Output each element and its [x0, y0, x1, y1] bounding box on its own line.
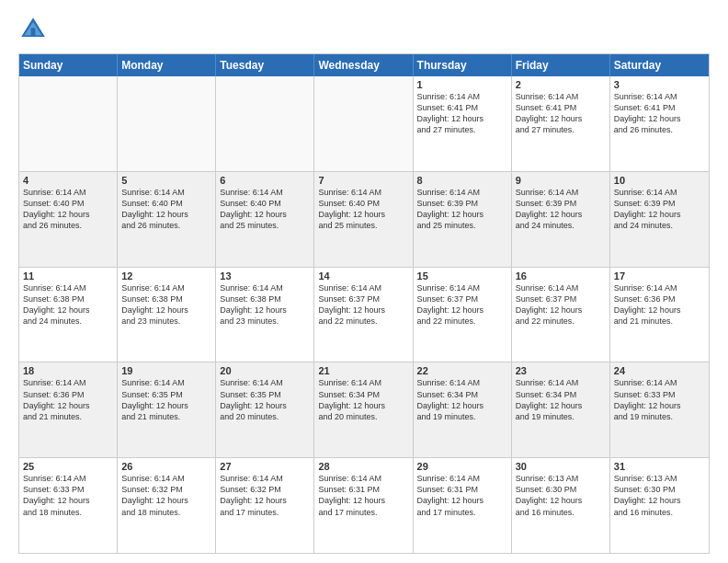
day-info: Sunrise: 6:14 AM Sunset: 6:38 PM Dayligh… [220, 282, 310, 327]
day-info: Sunrise: 6:14 AM Sunset: 6:37 PM Dayligh… [318, 282, 408, 327]
cal-cell-19: 19Sunrise: 6:14 AM Sunset: 6:35 PM Dayli… [118, 362, 216, 457]
cal-row-1: 4Sunrise: 6:14 AM Sunset: 6:40 PM Daylig… [19, 171, 709, 267]
day-info: Sunrise: 6:14 AM Sunset: 6:33 PM Dayligh… [614, 377, 705, 422]
cal-cell-17: 17Sunrise: 6:14 AM Sunset: 6:36 PM Dayli… [610, 268, 709, 362]
day-info: Sunrise: 6:14 AM Sunset: 6:41 PM Dayligh… [516, 91, 606, 136]
cal-header-tuesday: Tuesday [216, 54, 314, 76]
day-number: 7 [318, 175, 408, 186]
cal-cell-15: 15Sunrise: 6:14 AM Sunset: 6:37 PM Dayli… [414, 268, 512, 362]
day-number: 6 [220, 175, 310, 186]
day-number: 30 [516, 461, 606, 472]
day-number: 25 [23, 461, 113, 472]
day-info: Sunrise: 6:14 AM Sunset: 6:40 PM Dayligh… [220, 187, 310, 232]
day-info: Sunrise: 6:14 AM Sunset: 6:37 PM Dayligh… [417, 282, 507, 327]
day-number: 28 [318, 461, 408, 472]
page: SundayMondayTuesdayWednesdayThursdayFrid… [0, 0, 728, 563]
day-number: 12 [121, 270, 211, 282]
cal-cell-7: 7Sunrise: 6:14 AM Sunset: 6:40 PM Daylig… [314, 172, 413, 267]
cal-header-wednesday: Wednesday [314, 54, 413, 76]
day-number: 21 [318, 365, 408, 376]
day-number: 15 [417, 270, 507, 282]
svg-rect-2 [31, 28, 36, 37]
cal-header-saturday: Saturday [610, 54, 709, 76]
cal-cell-23: 23Sunrise: 6:14 AM Sunset: 6:34 PM Dayli… [512, 362, 610, 457]
day-number: 11 [23, 270, 113, 282]
day-info: Sunrise: 6:14 AM Sunset: 6:41 PM Dayligh… [614, 91, 705, 136]
cal-cell-29: 29Sunrise: 6:14 AM Sunset: 6:31 PM Dayli… [414, 458, 512, 553]
cal-cell-11: 11Sunrise: 6:14 AM Sunset: 6:38 PM Dayli… [19, 268, 118, 362]
day-number: 8 [417, 175, 507, 186]
cal-cell-4: 4Sunrise: 6:14 AM Sunset: 6:40 PM Daylig… [19, 172, 118, 267]
day-info: Sunrise: 6:14 AM Sunset: 6:31 PM Dayligh… [318, 473, 408, 518]
cal-header-thursday: Thursday [414, 54, 512, 76]
day-number: 31 [614, 461, 705, 472]
day-number: 4 [23, 175, 113, 186]
day-info: Sunrise: 6:13 AM Sunset: 6:30 PM Dayligh… [614, 473, 705, 518]
day-number: 22 [417, 365, 507, 376]
cal-cell-16: 16Sunrise: 6:14 AM Sunset: 6:37 PM Dayli… [512, 268, 610, 362]
calendar-header: SundayMondayTuesdayWednesdayThursdayFrid… [19, 54, 709, 76]
cal-cell-2: 2Sunrise: 6:14 AM Sunset: 6:41 PM Daylig… [512, 76, 610, 171]
day-number: 5 [121, 175, 211, 186]
cal-cell-28: 28Sunrise: 6:14 AM Sunset: 6:31 PM Dayli… [314, 458, 413, 553]
day-info: Sunrise: 6:14 AM Sunset: 6:38 PM Dayligh… [121, 282, 211, 327]
cal-cell-22: 22Sunrise: 6:14 AM Sunset: 6:34 PM Dayli… [414, 362, 512, 457]
cal-cell-14: 14Sunrise: 6:14 AM Sunset: 6:37 PM Dayli… [314, 268, 413, 362]
cal-row-3: 18Sunrise: 6:14 AM Sunset: 6:36 PM Dayli… [19, 362, 709, 457]
cal-cell-6: 6Sunrise: 6:14 AM Sunset: 6:40 PM Daylig… [216, 172, 314, 267]
cal-cell-empty [216, 76, 314, 171]
cal-cell-26: 26Sunrise: 6:14 AM Sunset: 6:32 PM Dayli… [118, 458, 216, 553]
day-number: 29 [417, 461, 507, 472]
day-info: Sunrise: 6:14 AM Sunset: 6:35 PM Dayligh… [121, 377, 211, 422]
day-number: 2 [516, 79, 606, 90]
day-number: 16 [516, 270, 606, 282]
day-info: Sunrise: 6:14 AM Sunset: 6:40 PM Dayligh… [121, 187, 211, 232]
cal-cell-12: 12Sunrise: 6:14 AM Sunset: 6:38 PM Dayli… [118, 268, 216, 362]
day-number: 27 [220, 461, 310, 472]
day-number: 9 [516, 175, 606, 186]
cal-row-4: 25Sunrise: 6:14 AM Sunset: 6:33 PM Dayli… [19, 457, 709, 553]
day-info: Sunrise: 6:14 AM Sunset: 6:37 PM Dayligh… [516, 282, 606, 327]
cal-cell-31: 31Sunrise: 6:13 AM Sunset: 6:30 PM Dayli… [610, 458, 709, 553]
day-number: 13 [220, 270, 310, 282]
cal-cell-8: 8Sunrise: 6:14 AM Sunset: 6:39 PM Daylig… [414, 172, 512, 267]
cal-cell-1: 1Sunrise: 6:14 AM Sunset: 6:41 PM Daylig… [414, 76, 512, 171]
day-number: 1 [417, 79, 507, 90]
day-info: Sunrise: 6:14 AM Sunset: 6:39 PM Dayligh… [516, 187, 606, 232]
day-info: Sunrise: 6:14 AM Sunset: 6:34 PM Dayligh… [318, 377, 408, 422]
day-number: 19 [121, 365, 211, 376]
cal-header-friday: Friday [512, 54, 610, 76]
day-info: Sunrise: 6:14 AM Sunset: 6:32 PM Dayligh… [121, 473, 211, 518]
cal-cell-10: 10Sunrise: 6:14 AM Sunset: 6:39 PM Dayli… [610, 172, 709, 267]
day-info: Sunrise: 6:14 AM Sunset: 6:39 PM Dayligh… [417, 187, 507, 232]
day-info: Sunrise: 6:14 AM Sunset: 6:39 PM Dayligh… [614, 187, 705, 232]
day-number: 10 [614, 175, 705, 186]
day-info: Sunrise: 6:14 AM Sunset: 6:40 PM Dayligh… [23, 187, 113, 232]
day-info: Sunrise: 6:14 AM Sunset: 6:41 PM Dayligh… [417, 91, 507, 136]
cal-cell-20: 20Sunrise: 6:14 AM Sunset: 6:35 PM Dayli… [216, 362, 314, 457]
day-number: 17 [614, 270, 705, 282]
day-info: Sunrise: 6:14 AM Sunset: 6:35 PM Dayligh… [220, 377, 310, 422]
calendar: SundayMondayTuesdayWednesdayThursdayFrid… [18, 53, 710, 554]
cal-cell-18: 18Sunrise: 6:14 AM Sunset: 6:36 PM Dayli… [19, 362, 118, 457]
day-number: 24 [614, 365, 705, 376]
day-info: Sunrise: 6:13 AM Sunset: 6:30 PM Dayligh… [516, 473, 606, 518]
day-info: Sunrise: 6:14 AM Sunset: 6:34 PM Dayligh… [516, 377, 606, 422]
cal-cell-5: 5Sunrise: 6:14 AM Sunset: 6:40 PM Daylig… [118, 172, 216, 267]
cal-cell-empty [19, 76, 118, 171]
cal-header-sunday: Sunday [19, 54, 118, 76]
day-info: Sunrise: 6:14 AM Sunset: 6:34 PM Dayligh… [417, 377, 507, 422]
day-info: Sunrise: 6:14 AM Sunset: 6:38 PM Dayligh… [23, 282, 113, 327]
day-number: 3 [614, 79, 705, 90]
cal-cell-3: 3Sunrise: 6:14 AM Sunset: 6:41 PM Daylig… [610, 76, 709, 171]
day-number: 20 [220, 365, 310, 376]
cal-cell-13: 13Sunrise: 6:14 AM Sunset: 6:38 PM Dayli… [216, 268, 314, 362]
cal-cell-27: 27Sunrise: 6:14 AM Sunset: 6:32 PM Dayli… [216, 458, 314, 553]
day-info: Sunrise: 6:14 AM Sunset: 6:31 PM Dayligh… [417, 473, 507, 518]
logo-icon [18, 15, 48, 44]
cal-cell-empty [118, 76, 216, 171]
day-info: Sunrise: 6:14 AM Sunset: 6:33 PM Dayligh… [23, 473, 113, 518]
cal-cell-9: 9Sunrise: 6:14 AM Sunset: 6:39 PM Daylig… [512, 172, 610, 267]
day-info: Sunrise: 6:14 AM Sunset: 6:36 PM Dayligh… [23, 377, 113, 422]
cal-cell-24: 24Sunrise: 6:14 AM Sunset: 6:33 PM Dayli… [610, 362, 709, 457]
